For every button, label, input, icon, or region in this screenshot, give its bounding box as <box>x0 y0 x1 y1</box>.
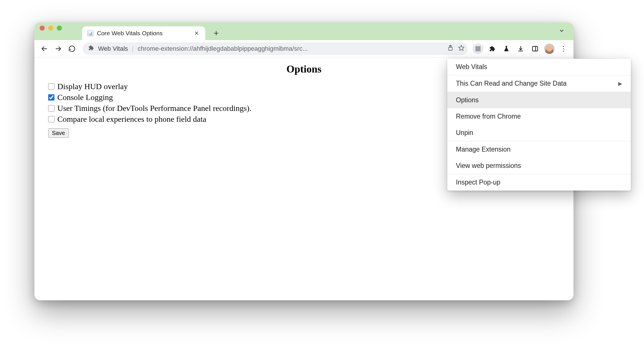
browser-tab[interactable]: 📊 Core Web Vitals Options ✕ <box>82 26 205 40</box>
new-tab-button[interactable]: + <box>210 28 222 39</box>
menu-item-site-data[interactable]: This Can Read and Change Site Data ▶ <box>447 75 631 92</box>
labs-flask-icon[interactable] <box>501 43 512 54</box>
option-label: Compare local experiences to phone field… <box>57 115 206 124</box>
menu-item-label: Inspect Pop-up <box>456 179 500 186</box>
window-close-icon[interactable] <box>40 26 45 31</box>
menu-item-label: Remove from Chrome <box>456 113 521 120</box>
menu-item-inspect-popup[interactable]: Inspect Pop-up <box>447 174 631 191</box>
svg-marker-4 <box>459 45 464 50</box>
window-maximize-icon[interactable] <box>57 26 62 31</box>
extension-puzzle-icon <box>88 45 94 53</box>
tab-favicon-icon: 📊 <box>87 30 93 36</box>
omnibox-site-name: Web Vitals <box>98 45 128 52</box>
tab-close-icon[interactable]: ✕ <box>193 29 200 38</box>
save-button[interactable]: Save <box>48 128 69 138</box>
extensions-puzzle-icon[interactable] <box>486 43 498 54</box>
extension-box-icon[interactable] <box>473 43 483 54</box>
profile-avatar[interactable] <box>544 43 555 54</box>
menu-item-options[interactable]: Options <box>447 92 631 108</box>
checkbox-compare-field-data[interactable] <box>48 116 54 122</box>
option-label: Display HUD overlay <box>57 82 128 91</box>
menu-item-view-permissions[interactable]: View web permissions <box>447 158 631 174</box>
tab-title: Core Web Vitals Options <box>97 30 190 37</box>
address-bar[interactable]: Web Vitals | chrome-extension://ahfhijdl… <box>83 42 468 55</box>
back-button[interactable] <box>38 43 50 55</box>
svg-rect-7 <box>532 46 538 51</box>
bookmark-star-icon[interactable] <box>458 45 465 53</box>
menu-item-label: This Can Read and Change Site Data <box>456 80 567 87</box>
svg-rect-2 <box>449 47 452 50</box>
tab-list-chevron-icon[interactable] <box>556 25 567 38</box>
menu-item-label: View web permissions <box>456 162 521 170</box>
omnibox-url: chrome-extension://ahfhijdlegdabablpippe… <box>138 45 443 52</box>
context-menu-header: Web Vitals <box>447 59 631 75</box>
menu-item-label: Options <box>456 96 479 104</box>
toolbar-actions: ⋮ <box>473 43 569 54</box>
menu-item-unpin[interactable]: Unpin <box>447 125 631 141</box>
extension-context-menu: Web Vitals This Can Read and Change Site… <box>447 59 631 191</box>
browser-menu-icon[interactable]: ⋮ <box>558 43 569 54</box>
forward-button[interactable] <box>52 43 64 55</box>
context-menu-title: Web Vitals <box>456 63 487 71</box>
window-minimize-icon[interactable] <box>48 26 53 31</box>
checkbox-user-timings[interactable] <box>48 105 54 111</box>
side-panel-icon[interactable] <box>529 43 541 54</box>
menu-item-remove[interactable]: Remove from Chrome <box>447 108 631 125</box>
option-label: Console Logging <box>57 93 113 102</box>
checkbox-display-hud[interactable] <box>48 83 54 90</box>
share-icon[interactable] <box>447 45 454 53</box>
menu-item-manage-extension[interactable]: Manage Extension <box>447 141 631 158</box>
window-controls <box>40 22 82 40</box>
reload-button[interactable] <box>66 43 78 55</box>
checkbox-console-logging[interactable] <box>48 94 54 101</box>
menu-item-label: Manage Extension <box>456 146 511 153</box>
omnibox-separator: | <box>132 45 134 52</box>
menu-item-label: Unpin <box>456 129 473 137</box>
browser-toolbar: Web Vitals | chrome-extension://ahfhijdl… <box>34 40 573 57</box>
option-label: User Timings (for DevTools Performance P… <box>57 104 251 113</box>
tab-strip: 📊 Core Web Vitals Options ✕ + <box>34 22 573 40</box>
submenu-arrow-icon: ▶ <box>618 81 622 87</box>
downloads-icon[interactable] <box>515 43 526 54</box>
